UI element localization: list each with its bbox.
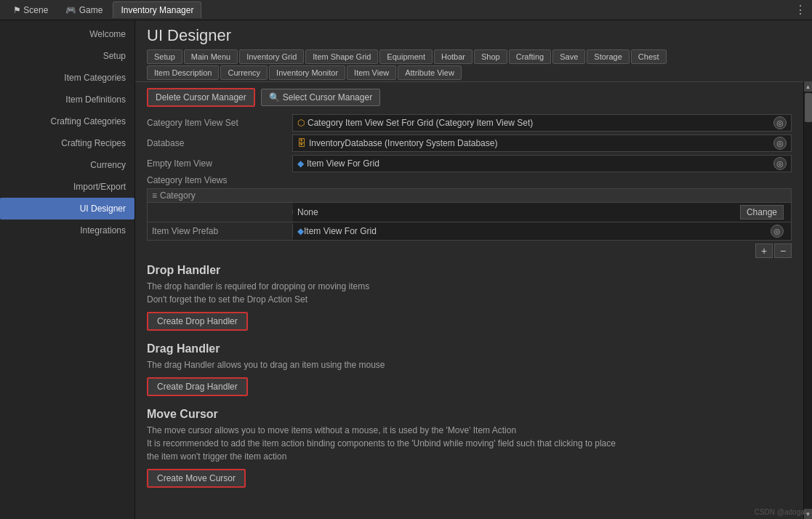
item-view-prefab-icon: ◆: [297, 226, 304, 236]
database-icon: 🗄: [297, 138, 306, 148]
remove-row-button[interactable]: −: [774, 244, 792, 258]
database-text: InventoryDatabase (Inventory System Data…: [309, 138, 497, 148]
category-icon: ⬡: [297, 118, 305, 128]
tab-equipment[interactable]: Equipment: [379, 49, 433, 64]
tab-hotbar[interactable]: Hotbar: [434, 49, 473, 64]
search-icon: 🔍: [269, 92, 280, 102]
item-view-prefab-circle-btn[interactable]: ◎: [771, 225, 784, 238]
category-cell-value: None Change: [293, 203, 791, 222]
sidebar-item-setup[interactable]: Setup: [0, 45, 134, 67]
select-cursor-manager-label: Select Cursor Manager: [283, 92, 372, 102]
tab-inventory-monitor[interactable]: Inventory Monitor: [269, 65, 345, 80]
watermark: CSDN @adogai: [755, 508, 806, 516]
database-label: Database: [147, 138, 292, 148]
field-row-empty-item-view: Empty Item View ◆ Item View For Grid ◎: [147, 155, 792, 172]
empty-item-view-circle-btn[interactable]: ◎: [773, 157, 787, 170]
move-cursor-desc: The move cursor allows you to move items…: [147, 424, 792, 463]
select-cursor-manager-button[interactable]: 🔍 Select Cursor Manager: [261, 89, 380, 106]
category-item-view-set-value: ⬡ Category Item View Set For Grid (Categ…: [292, 114, 792, 132]
tab-shop[interactable]: Shop: [474, 49, 507, 64]
tab-scene[interactable]: ⚑ Scene: [6, 2, 55, 18]
tab-chest[interactable]: Chest: [631, 49, 667, 64]
drop-handler-desc-line2: Don't forget the to set the Drop Action …: [147, 294, 307, 305]
drop-handler-section: Drop Handler The drop handler is require…: [147, 264, 792, 337]
empty-item-view-icon: ◆: [297, 158, 304, 169]
category-cell-label: [148, 210, 293, 214]
tab-item-shape-grid[interactable]: Item Shape Grid: [305, 49, 378, 64]
create-move-cursor-button[interactable]: Create Move Cursor: [147, 469, 246, 488]
move-cursor-desc-line3: the item won't trigger the item action: [147, 451, 286, 462]
sidebar-item-import-export[interactable]: Import/Export: [0, 176, 134, 198]
sidebar-item-crafting-recipes[interactable]: Crafting Recipes: [0, 132, 134, 154]
top-bar-menu-icon[interactable]: ⋮: [795, 3, 806, 17]
tab-main-menu[interactable]: Main Menu: [184, 49, 238, 64]
create-drop-handler-button[interactable]: Create Drop Handler: [147, 312, 248, 331]
move-cursor-desc-line2: It is recommended to add the item action…: [147, 438, 616, 448]
drop-handler-title: Drop Handler: [147, 264, 792, 277]
move-cursor-title: Move Cursor: [147, 408, 792, 421]
delete-cursor-manager-button[interactable]: Delete Cursor Manager: [147, 88, 255, 107]
top-bar: ⚑ Scene 🎮 Game Inventory Manager ⋮: [0, 0, 812, 20]
scroll-up-button[interactable]: ▲: [804, 81, 813, 92]
category-item-views-header: Category Item Views: [147, 175, 792, 185]
item-view-prefab-row: Item View Prefab ◆ Item View For Grid ◎: [147, 222, 792, 241]
drop-handler-desc: The drop handler is required for droppin…: [147, 280, 792, 306]
item-view-prefab-text: Item View For Grid: [304, 226, 377, 236]
category-item-view-set-circle-btn[interactable]: ◎: [773, 116, 787, 129]
tab-row-2: Item Description Currency Inventory Moni…: [135, 65, 812, 80]
category-table: ≡ Category None Change Item View Prefab: [147, 188, 792, 241]
tab-inventory-manager[interactable]: Inventory Manager: [113, 1, 201, 18]
tab-storage[interactable]: Storage: [587, 49, 630, 64]
empty-item-view-label: Empty Item View: [147, 158, 292, 169]
tab-inventory-grid[interactable]: Inventory Grid: [239, 49, 304, 64]
category-table-row-0: None Change: [147, 203, 792, 222]
empty-item-view-value: ◆ Item View For Grid ◎: [292, 155, 792, 172]
add-row-button[interactable]: +: [755, 244, 773, 258]
sidebar-item-integrations[interactable]: Integrations: [0, 220, 134, 241]
tab-inventory-manager-label: Inventory Manager: [121, 5, 193, 15]
move-cursor-section: Move Cursor The move cursor allows you t…: [147, 408, 792, 494]
drag-icon: ≡: [152, 190, 157, 201]
page-title: UI Designer: [135, 20, 812, 49]
category-table-header: ≡ Category: [147, 188, 792, 203]
tab-attribute-view[interactable]: Attribute View: [398, 65, 462, 80]
database-value: 🗄 InventoryDatabase (Inventory System Da…: [292, 134, 792, 152]
empty-item-view-text: Item View For Grid: [307, 158, 379, 169]
tab-game-label: Game: [79, 5, 103, 15]
plus-minus-row: + −: [147, 244, 792, 258]
scrollbar[interactable]: ▲ ▼: [803, 81, 812, 519]
tab-game[interactable]: 🎮 Game: [58, 2, 110, 18]
main-layout: Welcome Setup Item Categories Item Defin…: [0, 20, 812, 519]
create-drag-handler-button[interactable]: Create Drag Handler: [147, 377, 248, 396]
sidebar: Welcome Setup Item Categories Item Defin…: [0, 20, 135, 519]
tab-crafting[interactable]: Crafting: [509, 49, 552, 64]
database-circle-btn[interactable]: ◎: [773, 137, 787, 150]
scroll-thumb[interactable]: [805, 93, 812, 122]
sidebar-item-ui-designer[interactable]: UI Designer: [0, 198, 134, 220]
sidebar-item-item-definitions[interactable]: Item Definitions: [0, 89, 134, 110]
drag-handler-title: Drag Handler: [147, 342, 792, 355]
item-view-prefab-label: Item View Prefab: [148, 224, 293, 238]
category-item-view-set-text: Category Item View Set For Grid (Categor…: [307, 118, 533, 128]
tab-save[interactable]: Save: [552, 49, 585, 64]
content-area: UI Designer Setup Main Menu Inventory Gr…: [135, 20, 812, 519]
game-icon: 🎮: [65, 5, 76, 15]
category-none-text: None: [297, 207, 318, 217]
drag-handler-desc-text: The drag Handler allows you to drag an i…: [147, 360, 385, 370]
tab-item-description[interactable]: Item Description: [147, 65, 219, 80]
category-item-view-set-label: Category Item View Set: [147, 118, 292, 128]
sidebar-item-item-categories[interactable]: Item Categories: [0, 67, 134, 89]
tab-setup[interactable]: Setup: [147, 49, 182, 64]
tab-item-view[interactable]: Item View: [347, 65, 396, 80]
item-view-prefab-value: ◆ Item View For Grid ◎: [293, 222, 791, 240]
drop-handler-desc-line1: The drop handler is required for droppin…: [147, 281, 369, 291]
category-change-button[interactable]: Change: [740, 205, 784, 220]
toolbar-row: Delete Cursor Manager 🔍 Select Cursor Ma…: [147, 88, 792, 107]
scene-icon: ⚑: [13, 5, 21, 15]
sidebar-item-currency[interactable]: Currency: [0, 154, 134, 176]
sidebar-item-crafting-categories[interactable]: Crafting Categories: [0, 110, 134, 132]
sidebar-item-welcome[interactable]: Welcome: [0, 23, 134, 45]
move-cursor-desc-line1: The move cursor allows you to move items…: [147, 425, 516, 435]
drag-handler-section: Drag Handler The drag Handler allows you…: [147, 342, 792, 402]
tab-currency[interactable]: Currency: [220, 65, 268, 80]
